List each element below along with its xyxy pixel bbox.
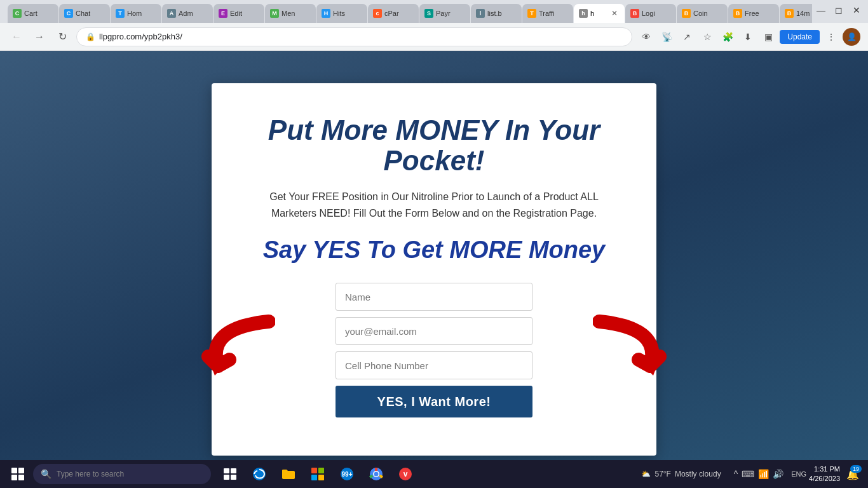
submit-button[interactable]: YES, I Want More! [336,386,532,417]
system-tray: ^ ⌨ 📶 🔊 [729,469,789,479]
menu-icon[interactable]: ⋮ [822,28,840,46]
network-icon[interactable]: 📶 [758,469,769,479]
form-fields: YES, I Want More! [336,283,532,417]
svg-rect-8 [318,468,324,473]
reload-button[interactable]: ↻ [53,28,71,46]
minimize-button[interactable]: ― [815,4,827,17]
update-button[interactable]: Update [780,30,820,44]
taskbar: 🔍 Type here to search 99+ [0,460,868,488]
form-area: YES, I Want More! [250,283,618,417]
email-input[interactable] [336,317,532,345]
bookmark-icon[interactable]: ☆ [698,28,716,46]
main-headline: Put More MONEY In Your Pocket! [250,115,618,177]
svg-point-15 [374,472,379,477]
share-icon[interactable]: ↗ [678,28,696,46]
tab-tab1[interactable]: C Cart [8,4,58,23]
svg-text:v: v [403,470,408,478]
svg-rect-5 [231,475,236,480]
windows-icon [11,468,24,480]
say-yes-headline: Say YES To Get MORE Money [250,236,618,264]
edge-icon[interactable] [245,460,273,488]
right-arrow-decoration [593,309,675,391]
sub-text: Get Your FREE Position in Our Nitroline … [250,189,618,221]
name-input[interactable] [336,283,532,311]
svg-rect-3 [231,468,236,473]
phone-input[interactable] [336,351,532,379]
language-indicator[interactable]: ENG [791,470,806,478]
search-placeholder: Type here to search [57,470,124,478]
svg-rect-7 [311,468,317,473]
weather-info[interactable]: ⛅ 57°F Mostly cloudy [636,470,726,478]
svg-rect-4 [224,475,229,480]
tab-tab11[interactable]: T Traffi [522,4,573,23]
speaker-icon[interactable]: 🔊 [773,469,783,479]
profile-avatar[interactable]: 👤 [843,28,860,46]
landing-card: Put More MONEY In Your Pocket! Get Your … [212,83,656,456]
start-button[interactable] [5,461,31,487]
svg-text:99+: 99+ [342,471,353,478]
address-bar: ← → ↻ 🔒 llpgpro.com/ypb2pkh3/ 👁 📡 ↗ ☆ 🧩 … [0,23,868,51]
puzzle-icon[interactable]: 🧩 [719,28,736,46]
tab-tab7[interactable]: H Hits [316,4,367,23]
vivaldi-icon[interactable]: v [391,460,419,488]
tab-tab8[interactable]: c cPar [368,4,419,23]
svg-rect-9 [311,475,317,480]
tab-tab5[interactable]: E Edit [214,4,264,23]
browser-frame: C Cart C Chat T Hom A Adm E Edit M Men H… [0,0,868,488]
tab-close[interactable]: ✕ [609,8,620,18]
restore-button[interactable]: ◻ [832,4,845,17]
weather-condition: Mostly cloudy [675,470,721,478]
store-badge-icon[interactable]: 99+ [333,460,361,488]
tab-tab10[interactable]: l list.b [471,4,522,23]
left-arrow-decoration [193,309,275,391]
browser-content: Put More MONEY In Your Pocket! Get Your … [0,51,868,488]
url-text: llpgpro.com/ypb2pkh3/ [99,32,182,41]
tab-tab16[interactable]: B 14m [780,4,812,23]
chevron-up-icon[interactable]: ^ [734,469,738,479]
tab-tab9[interactable]: S Payr [419,4,470,23]
toolbar-icons: 👁 📡 ↗ ☆ 🧩 ⬇ ▣ Update ⋮ 👤 [637,28,860,46]
tab-tab6[interactable]: M Men [265,4,316,23]
svg-rect-10 [318,475,324,480]
download-icon[interactable]: ⬇ [739,28,757,46]
taskbar-search[interactable]: 🔍 Type here to search [33,464,211,484]
clock-time: 1:31 PM [809,464,840,474]
clock[interactable]: 1:31 PM 4/26/2023 [809,464,840,484]
clock-date: 4/26/2023 [809,474,840,484]
taskbar-app-icons: 99+ v [216,460,419,488]
forward-button[interactable]: → [31,28,48,46]
keyboard-icon: ⌨ [742,469,754,479]
close-button[interactable]: ✕ [850,4,863,17]
cast-icon[interactable]: 📡 [658,28,675,46]
store-icon[interactable] [304,460,332,488]
notification-button[interactable]: 🔔 19 [843,464,863,484]
task-view-icon[interactable] [216,460,244,488]
title-bar: C Cart C Chat T Hom A Adm E Edit M Men H… [0,0,868,23]
tab-bar: C Cart C Chat T Hom A Adm E Edit M Men H… [5,0,812,23]
tab-tab15[interactable]: B Free [728,4,779,23]
url-bar[interactable]: 🔒 llpgpro.com/ypb2pkh3/ [76,27,632,46]
tab-tab14[interactable]: B Coin [677,4,728,23]
tab-tab13[interactable]: B Logi [625,4,676,23]
tab-tab4[interactable]: A Adm [162,4,213,23]
tab-tab2[interactable]: C Chat [59,4,110,23]
notification-badge: 19 [850,465,862,473]
weather-temp: 57°F [654,470,670,478]
tab-tab12[interactable]: h h ✕ [574,4,625,23]
chrome-icon[interactable] [362,460,390,488]
window-controls: ― ◻ ✕ [815,4,863,17]
file-explorer-icon[interactable] [275,460,302,488]
back-button[interactable]: ← [8,28,25,46]
sidebar-icon[interactable]: ▣ [759,28,777,46]
svg-rect-2 [224,468,229,473]
taskbar-right: ⛅ 57°F Mostly cloudy ^ ⌨ 📶 🔊 ENG 1:31 PM… [636,464,863,484]
weather-icon: ⛅ [641,470,651,478]
eye-off-icon[interactable]: 👁 [637,28,655,46]
tab-tab3[interactable]: T Hom [111,4,161,23]
